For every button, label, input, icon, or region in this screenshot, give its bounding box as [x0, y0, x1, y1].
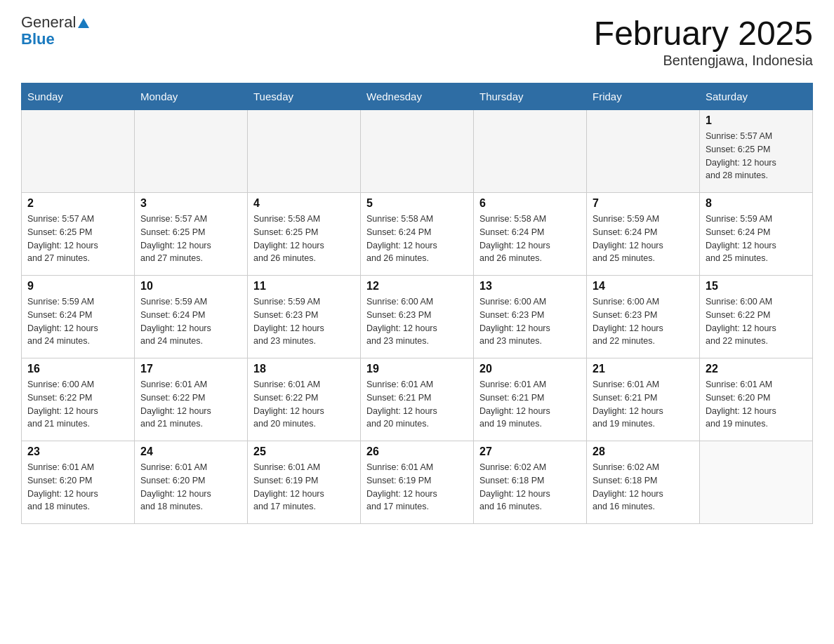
calendar-day-cell	[135, 110, 248, 193]
calendar-day-cell	[474, 110, 587, 193]
day-number: 23	[27, 445, 128, 458]
calendar-day-cell: 14Sunrise: 6:00 AMSunset: 6:23 PMDayligh…	[587, 276, 700, 358]
day-info: Sunrise: 5:57 AMSunset: 6:25 PMDaylight:…	[140, 213, 241, 265]
col-friday: Friday	[587, 83, 700, 110]
day-info: Sunrise: 6:02 AMSunset: 6:18 PMDaylight:…	[593, 461, 694, 514]
calendar-day-cell: 15Sunrise: 6:00 AMSunset: 6:22 PMDayligh…	[700, 276, 813, 358]
day-number: 14	[593, 280, 694, 293]
day-info: Sunrise: 6:01 AMSunset: 6:21 PMDaylight:…	[593, 378, 694, 431]
day-info: Sunrise: 6:01 AMSunset: 6:20 PMDaylight:…	[140, 461, 241, 514]
day-info: Sunrise: 6:00 AMSunset: 6:23 PMDaylight:…	[366, 295, 468, 348]
calendar-day-cell: 21Sunrise: 6:01 AMSunset: 6:21 PMDayligh…	[587, 358, 700, 441]
day-info: Sunrise: 5:57 AMSunset: 6:25 PMDaylight:…	[706, 130, 807, 182]
day-number: 20	[479, 363, 581, 375]
calendar-day-cell: 12Sunrise: 6:00 AMSunset: 6:23 PMDayligh…	[361, 276, 474, 358]
day-number: 24	[140, 445, 241, 458]
day-number: 27	[479, 445, 581, 458]
day-number: 11	[253, 280, 355, 293]
day-info: Sunrise: 6:00 AMSunset: 6:23 PMDaylight:…	[593, 295, 694, 348]
day-info: Sunrise: 6:01 AMSunset: 6:20 PMDaylight:…	[706, 378, 807, 431]
day-info: Sunrise: 5:58 AMSunset: 6:24 PMDaylight:…	[366, 213, 468, 265]
col-monday: Monday	[135, 83, 248, 110]
logo-general: General	[21, 13, 76, 31]
day-info: Sunrise: 5:58 AMSunset: 6:24 PMDaylight:…	[479, 213, 581, 265]
calendar-day-cell: 11Sunrise: 5:59 AMSunset: 6:23 PMDayligh…	[248, 276, 361, 358]
day-number: 26	[366, 445, 468, 458]
calendar-day-cell	[700, 441, 813, 524]
day-info: Sunrise: 5:58 AMSunset: 6:25 PMDaylight:…	[253, 213, 355, 265]
day-info: Sunrise: 5:57 AMSunset: 6:25 PMDaylight:…	[27, 213, 128, 265]
calendar-day-cell: 16Sunrise: 6:00 AMSunset: 6:22 PMDayligh…	[22, 358, 135, 441]
calendar-day-cell: 13Sunrise: 6:00 AMSunset: 6:23 PMDayligh…	[474, 276, 587, 358]
day-info: Sunrise: 5:59 AMSunset: 6:24 PMDaylight:…	[593, 213, 694, 265]
calendar-day-cell	[587, 110, 700, 193]
day-info: Sunrise: 5:59 AMSunset: 6:24 PMDaylight:…	[706, 213, 807, 265]
calendar-day-cell: 23Sunrise: 6:01 AMSunset: 6:20 PMDayligh…	[22, 441, 135, 524]
day-number: 8	[706, 197, 807, 210]
calendar-day-cell: 9Sunrise: 5:59 AMSunset: 6:24 PMDaylight…	[22, 276, 135, 358]
calendar-day-cell: 26Sunrise: 6:01 AMSunset: 6:19 PMDayligh…	[361, 441, 474, 524]
calendar-day-cell: 4Sunrise: 5:58 AMSunset: 6:25 PMDaylight…	[248, 193, 361, 276]
col-tuesday: Tuesday	[248, 83, 361, 110]
calendar-day-cell: 17Sunrise: 6:01 AMSunset: 6:22 PMDayligh…	[135, 358, 248, 441]
calendar-day-cell: 24Sunrise: 6:01 AMSunset: 6:20 PMDayligh…	[135, 441, 248, 524]
logo-triangle-icon	[78, 18, 89, 28]
col-sunday: Sunday	[22, 83, 135, 110]
calendar-week-row: 16Sunrise: 6:00 AMSunset: 6:22 PMDayligh…	[22, 358, 813, 441]
calendar-title: February 2025	[594, 14, 813, 53]
calendar-day-cell: 25Sunrise: 6:01 AMSunset: 6:19 PMDayligh…	[248, 441, 361, 524]
day-number: 16	[27, 363, 128, 375]
calendar-week-row: 9Sunrise: 5:59 AMSunset: 6:24 PMDaylight…	[22, 276, 813, 358]
day-number: 13	[479, 280, 581, 293]
day-number: 1	[706, 114, 807, 127]
day-info: Sunrise: 6:01 AMSunset: 6:22 PMDaylight:…	[253, 378, 355, 431]
calendar-day-cell: 22Sunrise: 6:01 AMSunset: 6:20 PMDayligh…	[700, 358, 813, 441]
day-number: 19	[366, 363, 468, 375]
day-info: Sunrise: 6:01 AMSunset: 6:22 PMDaylight:…	[140, 378, 241, 431]
day-info: Sunrise: 6:01 AMSunset: 6:20 PMDaylight:…	[27, 461, 128, 514]
day-info: Sunrise: 5:59 AMSunset: 6:23 PMDaylight:…	[253, 295, 355, 348]
calendar-table: Sunday Monday Tuesday Wednesday Thursday…	[21, 83, 813, 524]
calendar-day-cell: 27Sunrise: 6:02 AMSunset: 6:18 PMDayligh…	[474, 441, 587, 524]
logo-blue: Blue	[21, 30, 55, 48]
day-info: Sunrise: 6:02 AMSunset: 6:18 PMDaylight:…	[479, 461, 581, 514]
logo: General Blue	[21, 14, 89, 48]
day-info: Sunrise: 6:01 AMSunset: 6:21 PMDaylight:…	[366, 378, 468, 431]
day-number: 10	[140, 280, 241, 293]
day-number: 18	[253, 363, 355, 375]
calendar-day-cell: 28Sunrise: 6:02 AMSunset: 6:18 PMDayligh…	[587, 441, 700, 524]
col-thursday: Thursday	[474, 83, 587, 110]
calendar-day-cell	[361, 110, 474, 193]
calendar-header-row: Sunday Monday Tuesday Wednesday Thursday…	[22, 83, 813, 110]
calendar-day-cell: 5Sunrise: 5:58 AMSunset: 6:24 PMDaylight…	[361, 193, 474, 276]
day-number: 7	[593, 197, 694, 210]
calendar-day-cell: 6Sunrise: 5:58 AMSunset: 6:24 PMDaylight…	[474, 193, 587, 276]
day-info: Sunrise: 5:59 AMSunset: 6:24 PMDaylight:…	[140, 295, 241, 348]
day-number: 15	[706, 280, 807, 293]
day-number: 22	[706, 363, 807, 375]
day-number: 25	[253, 445, 355, 458]
day-info: Sunrise: 6:00 AMSunset: 6:22 PMDaylight:…	[706, 295, 807, 348]
title-section: February 2025 Bentengjawa, Indonesia	[594, 14, 813, 69]
calendar-day-cell: 19Sunrise: 6:01 AMSunset: 6:21 PMDayligh…	[361, 358, 474, 441]
page-header: General Blue February 2025 Bentengjawa, …	[21, 14, 813, 69]
calendar-day-cell: 1Sunrise: 5:57 AMSunset: 6:25 PMDaylight…	[700, 110, 813, 193]
calendar-week-row: 23Sunrise: 6:01 AMSunset: 6:20 PMDayligh…	[22, 441, 813, 524]
day-number: 3	[140, 197, 241, 210]
calendar-day-cell: 18Sunrise: 6:01 AMSunset: 6:22 PMDayligh…	[248, 358, 361, 441]
day-info: Sunrise: 6:01 AMSunset: 6:21 PMDaylight:…	[479, 378, 581, 431]
day-info: Sunrise: 6:00 AMSunset: 6:22 PMDaylight:…	[27, 378, 128, 431]
calendar-day-cell	[22, 110, 135, 193]
day-info: Sunrise: 6:01 AMSunset: 6:19 PMDaylight:…	[366, 461, 468, 514]
calendar-day-cell: 7Sunrise: 5:59 AMSunset: 6:24 PMDaylight…	[587, 193, 700, 276]
calendar-day-cell: 10Sunrise: 5:59 AMSunset: 6:24 PMDayligh…	[135, 276, 248, 358]
calendar-day-cell: 20Sunrise: 6:01 AMSunset: 6:21 PMDayligh…	[474, 358, 587, 441]
day-info: Sunrise: 5:59 AMSunset: 6:24 PMDaylight:…	[27, 295, 128, 348]
calendar-subtitle: Bentengjawa, Indonesia	[594, 53, 813, 69]
day-number: 5	[366, 197, 468, 210]
day-number: 6	[479, 197, 581, 210]
col-wednesday: Wednesday	[361, 83, 474, 110]
calendar-week-row: 1Sunrise: 5:57 AMSunset: 6:25 PMDaylight…	[22, 110, 813, 193]
col-saturday: Saturday	[700, 83, 813, 110]
calendar-day-cell	[248, 110, 361, 193]
